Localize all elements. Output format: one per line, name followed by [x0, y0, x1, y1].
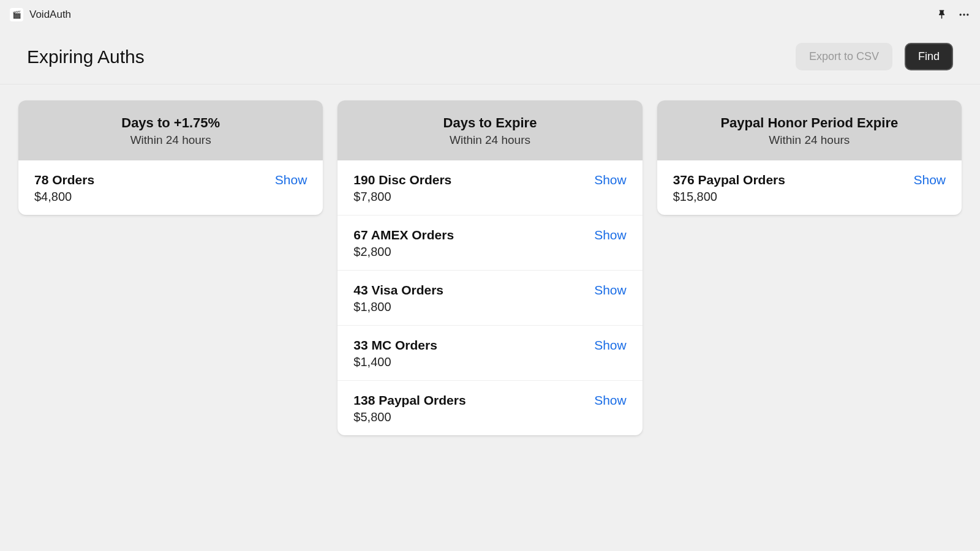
row-left: 67 AMEX Orders $2,800 [353, 228, 454, 259]
card-title: Days to Expire [350, 115, 630, 131]
card-header: Paypal Honor Period Expire Within 24 hou… [657, 100, 962, 160]
app-icon: 🎬 [10, 8, 23, 21]
show-link[interactable]: Show [594, 393, 627, 408]
card-row: 67 AMEX Orders $2,800 Show [337, 216, 642, 271]
show-link[interactable]: Show [594, 338, 627, 353]
card-subtitle: Within 24 hours [669, 133, 949, 147]
topbar-right [937, 9, 970, 21]
card-row: 190 Disc Orders $7,800 Show [337, 160, 642, 216]
export-csv-button[interactable]: Export to CSV [796, 43, 892, 70]
row-amount: $15,800 [673, 190, 785, 204]
row-left: 43 Visa Orders $1,800 [353, 283, 443, 314]
row-title: 67 AMEX Orders [353, 228, 454, 242]
row-amount: $1,800 [353, 300, 443, 314]
page-header: Expiring Auths Export to CSV Find [0, 29, 980, 84]
row-left: 138 Paypal Orders $5,800 [353, 393, 466, 424]
card-days-to-expire: Days to Expire Within 24 hours 190 Disc … [337, 100, 642, 435]
card-row: 78 Orders $4,800 Show [18, 160, 323, 215]
svg-point-2 [967, 13, 968, 15]
row-title: 376 Paypal Orders [673, 173, 785, 187]
header-actions: Export to CSV Find [796, 43, 953, 70]
row-amount: $7,800 [353, 190, 451, 204]
card-subtitle: Within 24 hours [31, 133, 311, 147]
row-title: 43 Visa Orders [353, 283, 443, 298]
show-link[interactable]: Show [275, 173, 307, 187]
row-title: 190 Disc Orders [353, 173, 451, 187]
card-subtitle: Within 24 hours [350, 133, 630, 147]
row-amount: $5,800 [353, 410, 466, 424]
card-row: 43 Visa Orders $1,800 Show [337, 271, 642, 326]
card-row: 138 Paypal Orders $5,800 Show [337, 381, 642, 435]
row-left: 190 Disc Orders $7,800 [353, 173, 451, 204]
page-title: Expiring Auths [27, 47, 145, 67]
pin-icon[interactable] [937, 9, 948, 20]
content: Days to +1.75% Within 24 hours 78 Orders… [0, 84, 980, 451]
card-row: 33 MC Orders $1,400 Show [337, 326, 642, 381]
card-paypal-honor: Paypal Honor Period Expire Within 24 hou… [657, 100, 962, 215]
find-button[interactable]: Find [905, 43, 953, 70]
show-link[interactable]: Show [594, 283, 627, 298]
card-header: Days to Expire Within 24 hours [337, 100, 642, 160]
card-header: Days to +1.75% Within 24 hours [18, 100, 323, 160]
row-title: 33 MC Orders [353, 338, 437, 353]
card-days-to-rate: Days to +1.75% Within 24 hours 78 Orders… [18, 100, 323, 215]
row-amount: $4,800 [34, 190, 94, 204]
row-amount: $1,400 [353, 355, 437, 369]
show-link[interactable]: Show [594, 173, 627, 187]
app-title: VoidAuth [29, 9, 71, 21]
svg-point-0 [960, 13, 962, 15]
more-icon[interactable] [958, 9, 970, 21]
row-left: 33 MC Orders $1,400 [353, 338, 437, 369]
row-left: 78 Orders $4,800 [34, 173, 94, 204]
card-row: 376 Paypal Orders $15,800 Show [657, 160, 962, 215]
row-left: 376 Paypal Orders $15,800 [673, 173, 785, 204]
topbar: 🎬 VoidAuth [0, 0, 980, 29]
show-link[interactable]: Show [913, 173, 946, 187]
row-title: 78 Orders [34, 173, 94, 187]
svg-point-1 [963, 13, 965, 15]
card-title: Paypal Honor Period Expire [669, 115, 949, 131]
topbar-left: 🎬 VoidAuth [10, 8, 71, 21]
show-link[interactable]: Show [594, 228, 627, 242]
row-title: 138 Paypal Orders [353, 393, 466, 408]
card-title: Days to +1.75% [31, 115, 311, 131]
row-amount: $2,800 [353, 245, 454, 259]
